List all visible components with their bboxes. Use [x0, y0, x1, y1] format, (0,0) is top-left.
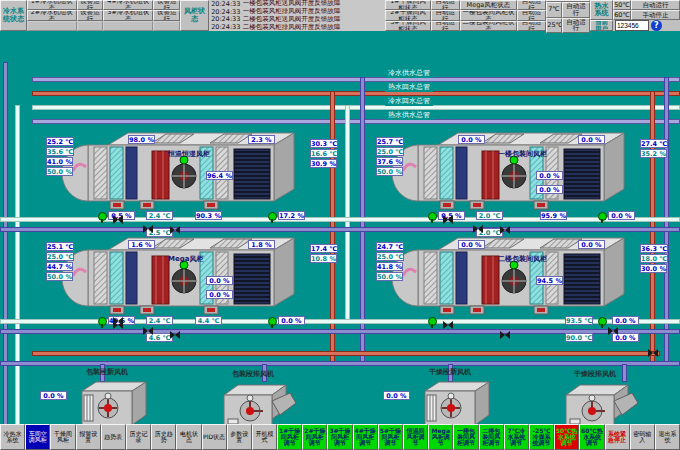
adjust-button[interactable]: 一楼包装间风柜调节 — [453, 424, 478, 450]
adjust-button[interactable]: -25℃冷媒系统调节 — [529, 424, 554, 450]
control-valve-icon[interactable] — [598, 212, 607, 221]
adjust-button[interactable]: 5#干燥间风柜调节 — [378, 424, 403, 450]
adjust-button[interactable]: 4#干燥间风柜调节 — [353, 424, 378, 450]
system-button[interactable]: 系统紧急停止 — [605, 424, 630, 450]
ahu-right-value: 35.2 % — [640, 149, 667, 158]
nav-button[interactable]: PID状态 — [202, 424, 227, 450]
control-valve-icon[interactable] — [428, 317, 437, 326]
pipe-valve-icon[interactable] — [143, 327, 153, 335]
adjust-button[interactable]: 1#干燥间风柜调节 — [277, 424, 302, 450]
alarm-row[interactable]: 20:24:33二楼包装风柜送风阀开度反馈故障 — [209, 16, 385, 24]
ahu-top-value: 0.0 % — [458, 135, 485, 144]
chiller-status-button[interactable]: 1#冷水机组状态 — [27, 0, 77, 10]
roof-fan-label: 包装段新风机 — [86, 367, 128, 377]
nav-button[interactable]: 电机状态 — [176, 424, 201, 450]
alarm-row[interactable]: 20:24:33一楼包装风柜排风阀开度反馈故障 — [209, 8, 385, 16]
adjust-button[interactable]: 60℃热水系统调节 — [579, 424, 604, 450]
alarm-row[interactable]: 20:24:33二楼包装风柜排风阀开度反馈故障 — [209, 23, 385, 31]
pipe-valve-icon[interactable] — [170, 331, 180, 339]
roof-fan-label: 包装段排风机 — [232, 369, 274, 379]
control-valve-icon[interactable] — [598, 317, 607, 326]
ahu-left-value: 25.0 ℃ — [376, 252, 404, 261]
ahu-title: 二楼包装间风柜 — [498, 254, 547, 264]
alarm-time: 20:24:33 — [209, 8, 243, 16]
dryer-ahu-status-button[interactable]: 1#干燥间风柜状态 — [385, 0, 431, 10]
nav-button[interactable]: 开机模式 — [252, 424, 277, 450]
ahu-left-value: 24.7 ℃ — [376, 242, 404, 251]
control-valve-icon[interactable] — [98, 317, 107, 326]
pipe-valve-icon[interactable] — [143, 225, 153, 233]
dryer-ahu-state: 自动运行 — [431, 10, 460, 20]
chiller-status-button[interactable]: 4#冷水机组状态 — [103, 0, 153, 10]
pipe-valve-icon[interactable] — [473, 225, 483, 233]
ahu-left-value: 25.0 ℃ — [376, 147, 404, 156]
pipe-valve-icon[interactable] — [500, 226, 510, 234]
adjust-button[interactable]: 恒温间风柜调节 — [403, 424, 428, 450]
chiller-state-cell: 设备运行 — [153, 10, 180, 20]
adjust-button[interactable]: 3#干燥间风柜调节 — [327, 424, 352, 450]
ahu-right-value: 30.0 % — [640, 264, 667, 273]
adjust-button[interactable]: 2#干燥间风柜调节 — [302, 424, 327, 450]
nav-button[interactable]: 冷热水系统 — [0, 424, 25, 450]
nav-button[interactable]: 趋势表 — [101, 424, 126, 450]
dryer-ahu-status-button[interactable]: 2#干燥间风柜状态 — [385, 10, 431, 20]
adjust-button[interactable]: 7℃冷水系统调节 — [504, 424, 529, 450]
pipe-valve-icon[interactable] — [443, 321, 453, 329]
help-icon[interactable]: ? — [651, 20, 662, 31]
ahu-mid-value: 94.5 % — [536, 276, 563, 285]
pipe-valve-icon[interactable] — [648, 349, 658, 357]
control-valve-icon[interactable] — [428, 212, 437, 221]
ahu-status-button[interactable]: Mega风柜状态 — [460, 0, 517, 10]
nav-button[interactable]: 报警设置 — [76, 424, 101, 450]
ahu-title: 一楼包装间风柜 — [498, 149, 547, 159]
alarm-message: 一楼包装风柜送风阀开度反馈故障 — [243, 0, 385, 8]
dryer-ahu-status-button[interactable]: 3#干燥间风柜状态 — [385, 21, 431, 31]
nav-button[interactable]: 车间空调风柜 — [25, 424, 50, 450]
ahu-left-value: 41.0 % — [46, 157, 73, 166]
system-button[interactable]: 密码输入 — [630, 424, 655, 450]
chiller-state-cell: 设备运行 — [77, 10, 104, 20]
control-valve-icon[interactable] — [268, 212, 277, 221]
adjust-button[interactable]: Mega风柜调节 — [428, 424, 453, 450]
ahu-left-value: 35.6 ℃ — [46, 147, 74, 156]
nav-button[interactable]: 历史记录 — [126, 424, 151, 450]
chiller-status-button[interactable]: 2#冷水机组状态 — [27, 10, 77, 20]
control-valve-icon[interactable] — [268, 317, 277, 326]
pipe-valve-icon[interactable] — [113, 317, 123, 325]
toolbar-spacer — [103, 21, 153, 31]
pipe-valve-icon[interactable] — [113, 215, 123, 223]
system-button[interactable]: 退出系统 — [655, 424, 680, 450]
ahu-right-value: 10.8 % — [310, 254, 337, 263]
hot-temp: 60℃ — [613, 10, 631, 20]
nav-button[interactable]: 历史趋势 — [151, 424, 176, 450]
ahu-right-value: 17.4 ℃ — [310, 244, 338, 253]
ahu-status-button[interactable]: 二楼包装间风柜状态 — [460, 21, 517, 31]
dryer-ahu-state: 自动运行 — [431, 21, 460, 31]
ahu-left-value: 44.7 % — [46, 262, 73, 271]
hot-distribution-pipe — [32, 351, 660, 356]
alarm-time: 20:24:33 — [209, 0, 243, 8]
control-valve-icon[interactable] — [98, 212, 107, 221]
adjust-button[interactable]: 50℃热水系统调节 — [554, 424, 579, 450]
pipe-label: 热水供水总管 — [385, 110, 433, 120]
user-id-input[interactable] — [615, 20, 649, 31]
ahu-status-button[interactable]: 一楼包装间风柜状态 — [460, 10, 517, 20]
pipe-valve-icon[interactable] — [500, 331, 510, 339]
ahu-top-value: 1.6 % — [128, 240, 155, 249]
adjust-button[interactable]: 二楼包装间风柜调节 — [479, 424, 504, 450]
ahu-left-value: 37.6 % — [376, 157, 403, 166]
pipe-valve-icon[interactable] — [170, 226, 180, 234]
ahu-pipe-value: 0.0 % — [612, 316, 639, 325]
cold-supply-header-pipe — [32, 77, 680, 82]
ahu-top-value: 0.0 % — [578, 135, 605, 144]
nav-button[interactable]: 参数设置 — [227, 424, 252, 450]
hot-state: 手动停止 — [631, 10, 680, 20]
ahu-pipe-value: 2.4 ℃ — [146, 211, 173, 220]
top-status-toolbar: 冷水系统状态1#冷水机组状态2#冷水机组状态设备运行设备运行4#冷水机组状态3#… — [0, 0, 680, 31]
chiller-status-button[interactable]: 3#冷水机组状态 — [103, 10, 153, 20]
nav-button[interactable]: 干燥间风柜 — [50, 424, 75, 450]
ahu-right-value: 27.4 ℃ — [640, 139, 668, 148]
pipe-valve-icon[interactable] — [608, 327, 618, 335]
pipe-valve-icon[interactable] — [443, 215, 453, 223]
alarm-row[interactable]: 20:24:33一楼包装风柜送风阀开度反馈故障 — [209, 0, 385, 8]
